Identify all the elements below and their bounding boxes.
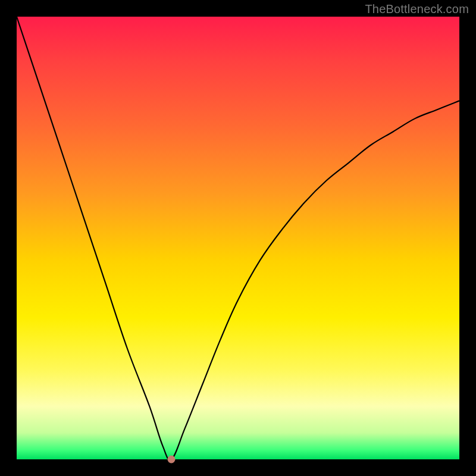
bottleneck-curve (17, 17, 459, 459)
curve-path (17, 17, 459, 460)
plot-area (17, 17, 459, 459)
optimum-marker (168, 456, 176, 464)
chart-frame: TheBottleneck.com (0, 0, 476, 476)
watermark-text: TheBottleneck.com (365, 2, 469, 16)
